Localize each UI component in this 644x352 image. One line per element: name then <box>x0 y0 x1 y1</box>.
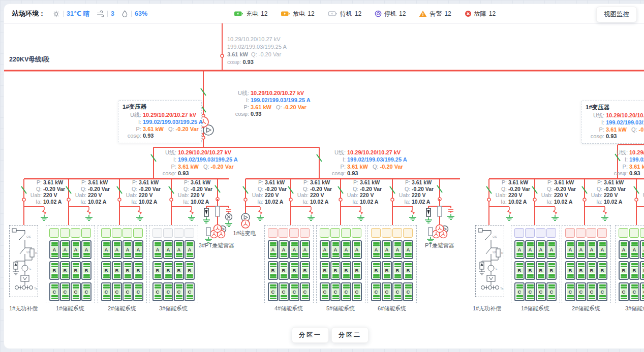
storage-system-box[interactable]: AAAABBBBCCCC <box>316 225 365 303</box>
soc-bar <box>281 253 287 255</box>
pcs-status-square <box>133 228 143 238</box>
cell-letter: A <box>527 247 534 252</box>
soc-bar <box>527 298 534 300</box>
battery-cluster-cell: C <box>152 282 163 301</box>
pcs-status-square <box>576 228 586 238</box>
soc-bar <box>589 266 595 268</box>
legend-item-discharging[interactable]: 放电12 <box>281 10 314 18</box>
cell-letter: A <box>578 247 585 252</box>
sun-icon <box>52 10 60 18</box>
cell-letter: C <box>187 289 193 295</box>
soc-bar <box>578 286 585 289</box>
soc-bar <box>135 242 142 244</box>
pcs-status-square <box>403 228 413 238</box>
soc-bar <box>589 284 595 286</box>
soc-bar <box>291 276 298 278</box>
cell-letter: C <box>103 289 110 295</box>
view-monitor-button[interactable]: 视图监控 <box>596 7 637 22</box>
soc-bar <box>62 244 69 246</box>
battery-cluster-cell: C <box>81 282 91 301</box>
soc-bar <box>302 242 309 244</box>
soc-bar <box>332 253 339 255</box>
legend-count: 12 <box>261 10 267 17</box>
soc-bar <box>51 263 58 265</box>
soc-bar <box>405 263 412 265</box>
soc-bar <box>578 274 585 276</box>
soc-bar <box>291 244 298 246</box>
zone-button-1[interactable]: 分区一 <box>292 327 329 343</box>
soc-bar <box>332 266 339 268</box>
soc-bar <box>354 263 360 265</box>
battery-cluster-cell: A <box>71 240 81 259</box>
cell-letter: B <box>62 268 69 273</box>
cell-letter: C <box>322 289 328 295</box>
soc-bar <box>114 295 120 297</box>
cell-letter: B <box>578 268 585 273</box>
cell-letter: A <box>589 247 595 252</box>
soc-bar <box>343 274 350 276</box>
soc-bar <box>621 242 627 244</box>
storage-system-box[interactable]: AAAABBBBCCCC <box>264 225 314 303</box>
legend-item-fault[interactable]: 故障12 <box>465 10 496 18</box>
soc-bar <box>83 276 90 278</box>
storage-system-box[interactable]: AAAABBBBCCCC <box>149 225 198 303</box>
soc-bar <box>548 276 555 278</box>
storage-system-box[interactable]: AAAABBBBCCCC <box>98 225 147 303</box>
cell-letter: C <box>343 289 350 295</box>
soc-bar <box>516 295 523 297</box>
humidity-item: 63% <box>121 10 147 18</box>
battery-cluster-cell: B <box>81 261 91 280</box>
storage-system-box[interactable]: AAAABBBBCCCC <box>615 225 644 303</box>
soc-bar <box>62 266 69 268</box>
cell-letter: B <box>332 268 339 273</box>
legend-item-alarm[interactable]: 告警12 <box>419 10 451 18</box>
soc-bar <box>135 276 142 278</box>
battery-cluster-cell: B <box>640 261 644 280</box>
soc-bar <box>322 295 328 297</box>
soc-bar <box>176 242 182 244</box>
cell-letter: B <box>103 268 110 273</box>
cell-letter: B <box>165 268 172 273</box>
soc-bar <box>599 286 606 289</box>
battery-cluster-cell: C <box>392 282 403 301</box>
cell-letter: C <box>621 289 627 295</box>
battery-cluster-cell: C <box>60 282 70 301</box>
battery-cluster-cell: C <box>300 282 310 301</box>
cell-letter: C <box>125 289 131 295</box>
legend-item-charging[interactable]: 充电12 <box>234 10 267 18</box>
battery-cluster-cell: B <box>320 261 330 280</box>
storage-system-box[interactable]: AAAABBBBCCCC <box>46 225 95 303</box>
soc-bar <box>621 255 627 258</box>
soc-bar <box>155 274 161 276</box>
battery-cluster-cell: B <box>587 261 597 280</box>
legend-item-standby[interactable]: 待机12 <box>328 10 361 18</box>
soc-bar <box>51 276 58 278</box>
legend-item-shutdown[interactable]: 停机12 <box>375 10 406 18</box>
soc-bar <box>631 255 638 258</box>
storage-system-box[interactable]: AAAABBBBCCCC <box>367 225 417 303</box>
storage-system-box[interactable]: AAAABBBBCCCC <box>562 225 611 303</box>
battery-cluster-cell: A <box>112 240 122 259</box>
battery-cluster-cell: A <box>174 240 184 259</box>
soc-bar <box>538 284 544 286</box>
legend-count: 12 <box>489 10 496 17</box>
soc-bar <box>516 242 523 244</box>
soc-bar <box>394 263 401 265</box>
soc-bar <box>125 295 131 297</box>
battery-cluster-cell: B <box>133 261 143 280</box>
cell-letter: B <box>642 268 644 273</box>
storage-system-box[interactable]: AAAABBBBCCCC <box>511 225 560 303</box>
soc-bar <box>599 255 606 258</box>
zone-button-2[interactable]: 分区二 <box>331 327 369 343</box>
soc-bar <box>165 276 172 278</box>
soc-bar <box>62 242 69 244</box>
cell-letter: C <box>373 289 380 295</box>
soc-bar <box>567 286 574 289</box>
battery-cluster-cell: B <box>49 261 59 280</box>
soc-bar <box>343 242 350 244</box>
soc-bar <box>354 274 360 276</box>
alarm-warning-icon <box>419 10 427 17</box>
soc-bar <box>631 284 638 286</box>
soc-bar <box>322 298 328 300</box>
cell-letter: B <box>73 268 79 273</box>
